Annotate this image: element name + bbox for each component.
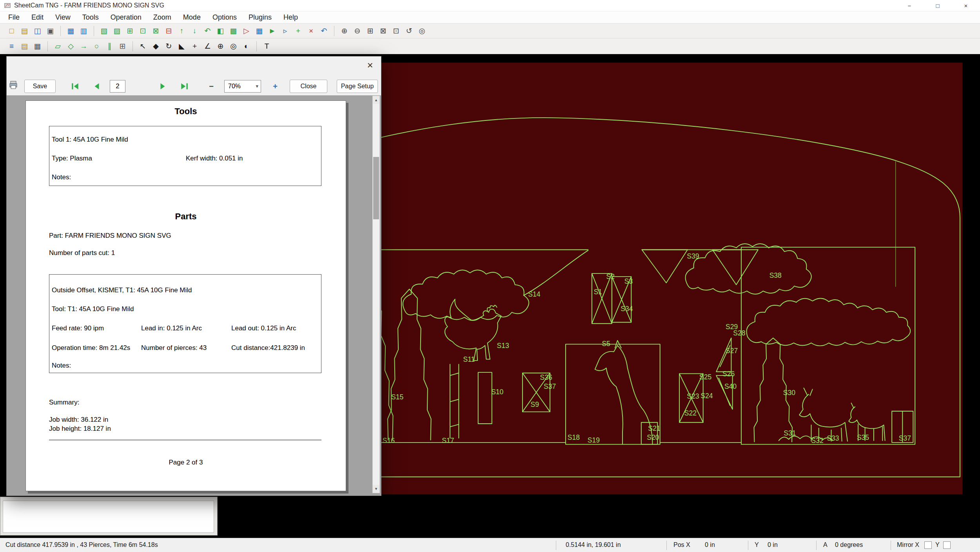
show-rapids-icon[interactable]: ◇ xyxy=(65,40,77,52)
mirror-mode-icon[interactable]: ◐ xyxy=(240,40,252,52)
operation-notes-label: Notes: xyxy=(52,362,71,370)
rotate-mode-icon[interactable]: ↻ xyxy=(163,40,175,52)
mirror-y-checkbox[interactable] xyxy=(943,541,951,549)
zoom-extents-icon[interactable]: ⊠ xyxy=(377,25,389,37)
scroll-down-icon[interactable]: ▼ xyxy=(373,485,379,493)
move-part-up-icon[interactable]: ↑ xyxy=(176,25,188,37)
pan-icon[interactable]: ◎ xyxy=(416,25,428,37)
feed-rate: Feed rate: 90 ipm xyxy=(52,324,104,332)
job-width: Job width: 36.122 in xyxy=(49,416,108,424)
tools-heading: Tools xyxy=(26,106,346,117)
part-label-s19: S19 xyxy=(588,436,600,444)
add-operation-icon[interactable]: + xyxy=(292,25,304,37)
save-job-icon[interactable]: ◫ xyxy=(31,25,44,37)
menu-mode[interactable]: Mode xyxy=(177,11,207,24)
menu-operation[interactable]: Operation xyxy=(105,11,147,24)
dialog-close-icon[interactable]: × xyxy=(364,59,376,71)
close-button[interactable]: Close xyxy=(290,80,327,93)
menu-zoom[interactable]: Zoom xyxy=(147,11,177,24)
part-list-icon[interactable]: ▦ xyxy=(65,25,77,37)
export-drawing-icon[interactable]: ▨ xyxy=(111,25,123,37)
menu-edit[interactable]: Edit xyxy=(25,11,49,24)
new-job-icon[interactable]: □ xyxy=(5,25,18,37)
mirror-x-checkbox[interactable] xyxy=(924,541,932,549)
zoom-previous-icon[interactable]: ↺ xyxy=(403,25,415,37)
print-icon[interactable] xyxy=(7,79,19,91)
menu-plugins[interactable]: Plugins xyxy=(243,11,278,24)
maximize-icon[interactable]: □ xyxy=(924,0,952,11)
rotate-part-icon[interactable]: ↶ xyxy=(201,25,214,37)
show-toolpaths-icon[interactable]: ▱ xyxy=(52,40,64,52)
print-icon[interactable]: ▣ xyxy=(44,25,56,37)
edit-part-icon[interactable]: ⊡ xyxy=(137,25,149,37)
menu-tools[interactable]: Tools xyxy=(76,11,105,24)
kerf-width-line: Kerf width: 0.051 in xyxy=(186,155,243,162)
part-label-s40: S40 xyxy=(724,383,737,390)
tool-table-icon[interactable]: ▦ xyxy=(31,40,44,52)
text-mode-icon[interactable]: T xyxy=(261,40,273,52)
open-job-icon[interactable]: ▤ xyxy=(18,25,31,37)
operations-list-icon[interactable]: ▦ xyxy=(253,25,265,37)
pierce-count: Number of pierces: 43 xyxy=(141,344,207,352)
scroll-up-icon[interactable]: ▲ xyxy=(373,96,379,104)
menu-help[interactable]: Help xyxy=(278,11,304,24)
duplicate-part-icon[interactable]: ⊠ xyxy=(150,25,162,37)
simulate-icon[interactable]: ▹ xyxy=(279,25,291,37)
zoom-level-select[interactable]: 70% ▾ xyxy=(224,80,261,93)
move-mode-icon[interactable]: + xyxy=(189,40,201,52)
part-label-s30: S30 xyxy=(783,389,795,397)
part-label-s36: S36 xyxy=(540,373,552,381)
close-icon[interactable]: × xyxy=(952,0,980,11)
zoom-part-icon[interactable]: ⊡ xyxy=(390,25,402,37)
zoom-in-icon[interactable]: + xyxy=(269,81,281,92)
show-kerf-icon[interactable]: ∥ xyxy=(103,40,116,52)
preview-scrollbar[interactable]: ▲ ▼ xyxy=(372,96,380,493)
chevron-down-icon: ▾ xyxy=(256,80,258,92)
job-report-icon[interactable]: ▥ xyxy=(78,25,90,37)
last-page-icon[interactable] xyxy=(178,80,190,92)
mirror-part-icon[interactable]: ◧ xyxy=(214,25,227,37)
edit-contours-mode-icon[interactable]: ◆ xyxy=(150,40,162,52)
job-options-icon[interactable]: ≡ xyxy=(5,40,18,52)
zoom-out-icon[interactable]: ⊖ xyxy=(351,25,363,37)
select-mode-icon[interactable]: ↖ xyxy=(137,40,149,52)
run-post-processor-icon[interactable]: ► xyxy=(266,25,278,37)
footer-divider xyxy=(49,440,321,440)
zoom-window-icon[interactable]: ⊞ xyxy=(364,25,376,37)
snap-mode-icon[interactable]: ◎ xyxy=(227,40,240,52)
scroll-thumb[interactable] xyxy=(373,157,379,219)
previous-page-icon[interactable] xyxy=(91,80,103,92)
show-grid-icon[interactable]: ⊞ xyxy=(116,40,129,52)
part-label-s16: S16 xyxy=(383,437,395,445)
delete-operations-icon[interactable]: × xyxy=(305,25,317,37)
minimize-icon[interactable]: − xyxy=(895,0,924,11)
remove-part-icon[interactable]: ⊟ xyxy=(163,25,175,37)
page-number-input[interactable]: 2 xyxy=(110,80,125,93)
check-contours-icon[interactable]: ▷ xyxy=(240,25,252,37)
show-cut-direction-icon[interactable]: → xyxy=(78,40,90,52)
set-origin-mode-icon[interactable]: ⊕ xyxy=(214,40,227,52)
tool-line: Tool 1: 45A 10G Fine Mild xyxy=(52,136,128,144)
nest-parts-icon[interactable]: ▩ xyxy=(227,25,240,37)
measure-mode-icon[interactable]: ∠ xyxy=(201,40,214,52)
next-page-icon[interactable] xyxy=(157,80,169,92)
title-bar: SheetCam TNG - FARM FRIENDS MONO SIGN SV… xyxy=(0,0,980,11)
undo-icon[interactable]: ↶ xyxy=(318,25,330,37)
operation-tool: Tool: T1: 45A 10G Fine Mild xyxy=(52,305,134,313)
page-setup-button[interactable]: Page Setup xyxy=(337,80,378,93)
import-drawing-icon[interactable]: ▧ xyxy=(98,25,110,37)
material-settings-icon[interactable]: ▤ xyxy=(18,40,31,52)
menu-view[interactable]: View xyxy=(49,11,76,24)
add-part-icon[interactable]: ⊞ xyxy=(124,25,136,37)
menu-options[interactable]: Options xyxy=(207,11,243,24)
move-part-down-icon[interactable]: ↓ xyxy=(189,25,201,37)
menu-file[interactable]: File xyxy=(2,11,25,24)
first-page-icon[interactable] xyxy=(69,80,81,92)
part-label-s9: S9 xyxy=(531,401,539,408)
zoom-out-icon[interactable]: − xyxy=(205,81,217,92)
zoom-in-icon[interactable]: ⊕ xyxy=(338,25,350,37)
save-button[interactable]: Save xyxy=(24,80,56,93)
show-start-points-icon[interactable]: ○ xyxy=(91,40,103,52)
scale-mode-icon[interactable]: ◣ xyxy=(176,40,188,52)
pos-y-value: 0 in xyxy=(768,541,778,548)
